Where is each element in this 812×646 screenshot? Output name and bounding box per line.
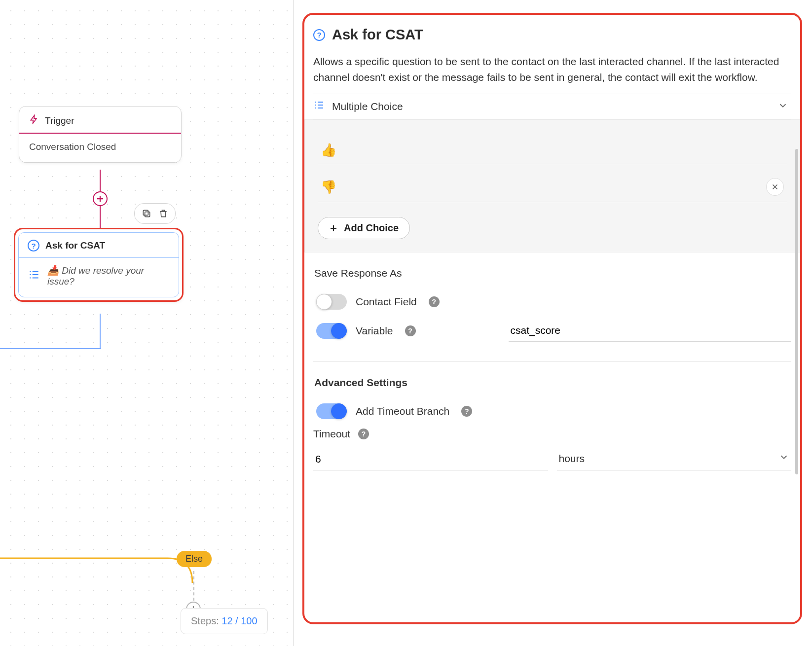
info-icon[interactable]: ? [358,429,369,439]
choice-row[interactable]: 👎 [318,164,787,202]
panel-description: Allows a specific question to be sent to… [313,54,791,85]
info-icon[interactable]: ? [405,325,416,336]
svg-rect-1 [143,210,148,215]
question-icon: ? [313,29,325,41]
else-pill[interactable]: Else [177,551,212,567]
answer-type-select[interactable]: Multiple Choice [313,94,791,119]
workflow-canvas[interactable]: Trigger Conversation Closed ? Ask for CS… [0,0,294,646]
multiple-choice-icon [28,268,40,284]
variable-name-input[interactable] [509,320,792,342]
connector-dashed [193,571,194,601]
choice-value: 👍 [321,143,336,158]
timeout-value-input[interactable] [313,446,548,470]
info-icon[interactable]: ? [461,406,472,417]
timeout-label: Timeout [313,428,350,440]
ask-node-prompt: 📥 Did we resolve your issue? [47,265,170,287]
svg-rect-0 [145,212,150,217]
node-toolbar [134,203,176,224]
contact-field-label: Contact Field [356,296,417,308]
timeout-branch-toggle[interactable] [316,403,347,419]
details-pane: ? Ask for CSAT Allows a specific questio… [294,0,812,646]
variable-toggle[interactable] [316,323,347,339]
answer-type-value: Multiple Choice [332,101,403,112]
remove-choice-button[interactable] [766,178,784,196]
trigger-title: Trigger [45,115,74,126]
info-icon[interactable]: ? [429,296,440,307]
lightning-icon [29,114,39,127]
add-step-button[interactable] [93,191,108,206]
chevron-down-icon [777,100,788,113]
contact-field-toggle[interactable] [316,294,347,310]
timeout-branch-label: Add Timeout Branch [356,405,449,417]
choice-row[interactable]: 👍 [318,129,787,164]
add-choice-button[interactable]: Add Choice [318,217,410,239]
advanced-settings-label: Advanced Settings [314,377,791,389]
delete-node-button[interactable] [156,207,170,220]
divider [313,361,791,362]
timeout-unit-select[interactable]: hours [557,445,792,470]
chevron-down-icon [778,452,789,465]
else-branch: Else [0,529,195,598]
trigger-node[interactable]: Trigger Conversation Closed [19,106,182,163]
variable-label: Variable [356,325,393,337]
ask-csat-node[interactable]: ? Ask for CSAT 📥 Did we resolve your iss… [14,228,184,302]
question-icon: ? [28,240,39,251]
multiple-choice-icon [313,99,325,114]
choice-value: 👎 [321,179,336,195]
duplicate-node-button[interactable] [140,207,153,220]
ask-node-title: Ask for CSAT [45,240,105,251]
save-response-label: Save Response As [314,267,791,279]
panel-title: Ask for CSAT [332,27,423,43]
steps-counter: Steps: 12 / 100 [181,608,268,634]
scrollbar[interactable] [795,149,798,474]
trigger-event: Conversation Closed [19,134,181,162]
choices-list: 👍 👎 Add Choice [304,119,800,252]
connector-line [100,314,101,349]
connector-line [0,348,101,349]
